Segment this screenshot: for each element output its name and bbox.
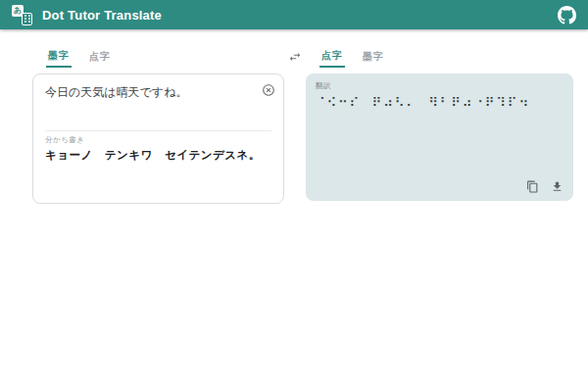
source-tabs: 墨字 点字 [46, 49, 284, 68]
wakachigaki-text: キョーノ テンキワ セイテンデスネ。 [45, 148, 271, 163]
translation-label: 翻訳 [316, 81, 564, 91]
app-title: Dot Tutor Translate [42, 8, 162, 23]
source-panel: 墨字 点字 今日の天気は晴天ですね。 分かち書き キョーノ テンキワ セイテンデ… [32, 49, 284, 204]
wakachigaki-section: 分かち書き キョーノ テンキワ セイテンデスネ。 [45, 130, 271, 163]
wakachigaki-label: 分かち書き [45, 135, 271, 145]
app-header: あ Dot Tutor Translate [0, 0, 588, 29]
app-logo-icon: あ [12, 5, 32, 25]
source-text-input[interactable]: 今日の天気は晴天ですね。 [45, 84, 271, 101]
swap-horizontal-icon[interactable] [288, 50, 302, 67]
target-tab-sumiji[interactable]: 墨字 [361, 49, 386, 68]
copy-icon[interactable] [526, 180, 539, 193]
logo-braille-dots [22, 13, 32, 25]
clear-icon[interactable] [262, 83, 275, 100]
download-icon[interactable] [551, 180, 564, 193]
github-icon[interactable] [558, 6, 576, 24]
output-actions [526, 180, 564, 193]
target-tabs: 点字 墨字 [319, 49, 573, 68]
source-tab-tenji[interactable]: 点字 [87, 49, 113, 68]
source-card: 今日の天気は晴天ですね。 分かち書き キョーノ テンキワ セイテンデスネ。 [32, 74, 284, 204]
target-tab-tenji[interactable]: 点字 [319, 49, 345, 68]
braille-output: ⠈⠪⠒⠎⠀⠟⠴⠣⠄⠀⠻⠃⠟⠴⠐⠟⠹⠏⠲ [316, 95, 564, 110]
translate-main: 墨字 点字 今日の天気は晴天ですね。 分かち書き キョーノ テンキワ セイテンデ… [0, 29, 588, 204]
target-panel: 点字 墨字 翻訳 ⠈⠪⠒⠎⠀⠟⠴⠣⠄⠀⠻⠃⠟⠴⠐⠟⠹⠏⠲ [306, 49, 573, 201]
swap-column [284, 49, 306, 67]
source-tab-sumiji[interactable]: 墨字 [46, 49, 72, 68]
target-card: 翻訳 ⠈⠪⠒⠎⠀⠟⠴⠣⠄⠀⠻⠃⠟⠴⠐⠟⠹⠏⠲ [306, 74, 573, 201]
